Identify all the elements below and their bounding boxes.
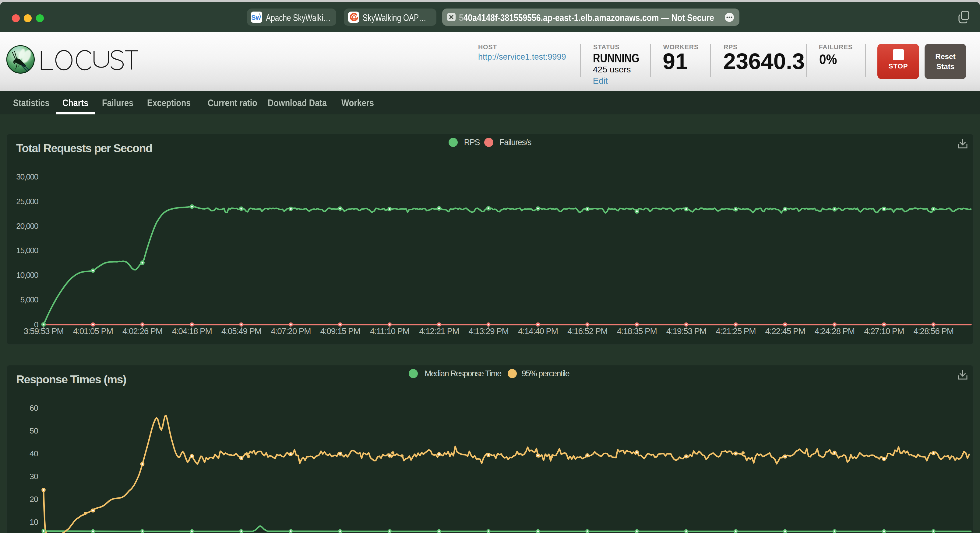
svg-text:4:21:25 PM: 4:21:25 PM — [716, 327, 756, 336]
svg-text:50: 50 — [30, 426, 38, 435]
svg-text:3:59:53 PM: 3:59:53 PM — [24, 327, 64, 336]
svg-text:60: 60 — [30, 403, 38, 412]
svg-text:4:22:45 PM: 4:22:45 PM — [765, 327, 805, 336]
svg-text:4:18:35 PM: 4:18:35 PM — [617, 327, 657, 336]
svg-text:4:05:49 PM: 4:05:49 PM — [221, 327, 261, 336]
svg-text:4:01:05 PM: 4:01:05 PM — [73, 327, 113, 336]
svg-text:10: 10 — [30, 517, 38, 526]
svg-text:4:04:18 PM: 4:04:18 PM — [172, 327, 212, 336]
svg-text:4:12:21 PM: 4:12:21 PM — [419, 327, 459, 336]
svg-text:20,000: 20,000 — [16, 222, 38, 231]
svg-text:20: 20 — [30, 494, 38, 503]
svg-text:40: 40 — [30, 449, 38, 458]
svg-text:5,000: 5,000 — [20, 295, 38, 304]
svg-text:4:19:53 PM: 4:19:53 PM — [666, 327, 706, 336]
svg-text:4:09:15 PM: 4:09:15 PM — [320, 327, 360, 336]
svg-text:4:16:52 PM: 4:16:52 PM — [567, 327, 607, 336]
svg-text:4:13:29 PM: 4:13:29 PM — [468, 327, 508, 336]
svg-text:30: 30 — [30, 471, 38, 481]
svg-text:Sw: Sw — [251, 14, 261, 21]
svg-text:4:24:28 PM: 4:24:28 PM — [815, 327, 854, 336]
svg-text:15,000: 15,000 — [16, 246, 38, 255]
svg-text:4:27:10 PM: 4:27:10 PM — [864, 327, 904, 336]
svg-text:30,000: 30,000 — [16, 172, 38, 181]
svg-text:4:02:26 PM: 4:02:26 PM — [123, 327, 162, 336]
svg-text:4:28:56 PM: 4:28:56 PM — [913, 327, 953, 336]
svg-text:10,000: 10,000 — [16, 270, 38, 279]
svg-text:4:07:20 PM: 4:07:20 PM — [271, 327, 311, 336]
svg-text:4:14:40 PM: 4:14:40 PM — [518, 327, 558, 336]
svg-text:4:11:10 PM: 4:11:10 PM — [370, 327, 409, 336]
svg-text:25,000: 25,000 — [16, 197, 38, 206]
